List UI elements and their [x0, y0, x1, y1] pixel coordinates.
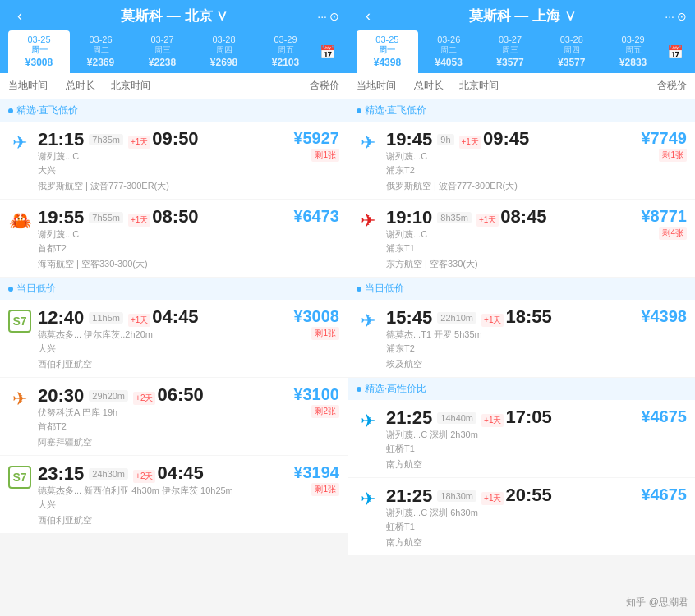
time-row: 19:557h55m+1天08:50	[38, 208, 290, 227]
back-button[interactable]: ‹	[8, 7, 31, 25]
flight-row: S712:4011h5m+1天04:45德莫杰多... 伊尔库茨..2h20m大…	[8, 308, 339, 355]
duration: 9h	[437, 134, 453, 145]
date-label: 03-27	[150, 34, 173, 44]
arrive-block: +2天06:50	[133, 386, 204, 405]
flight-row: S723:1524h30m+2天04:45德莫杰多... 新西伯利亚 4h30m…	[8, 464, 339, 511]
arrive-airport: 浦东T2	[386, 164, 637, 177]
date-label: 03-27	[499, 34, 522, 44]
section-dot	[357, 287, 361, 292]
back-button[interactable]: ‹	[357, 7, 380, 25]
header: ‹莫斯科 — 北京 ∨···⊙03-25周一¥300803-26周二¥23690…	[0, 0, 348, 73]
arrive-airport: 虹桥T1	[386, 443, 637, 455]
header-title: 莫斯科 — 北京 ∨	[31, 7, 317, 25]
price-block: ¥3194剩1张	[290, 464, 339, 496]
airport-info: 谢列蔑...C 深圳 2h30m	[386, 429, 637, 441]
duration: 22h10m	[437, 312, 476, 324]
section-dot	[8, 108, 13, 113]
flight-card[interactable]: S712:4011h5m+1天04:45德莫杰多... 伊尔库茨..2h20m大…	[0, 300, 348, 377]
flight-times: 19:459h+1天09:45谢列蔑...C浦东T2	[386, 130, 637, 177]
airline-info: 海南航空 | 空客330-300(大)	[8, 258, 339, 270]
flight-price: ¥6473	[293, 208, 339, 224]
airline-icon: ✈	[357, 131, 380, 154]
flight-card[interactable]: ✈15:4522h10m+1天18:55德莫杰...T1 开罗 5h35m浦东T…	[348, 300, 695, 377]
header-actions[interactable]: ···⊙	[317, 10, 339, 23]
date-tab-1[interactable]: 03-26周二¥2369	[70, 30, 131, 73]
flight-row: ✈21:157h35m+1天09:50谢列蔑...C大兴¥5927剩1张	[8, 130, 339, 177]
weekday-label: 周三	[154, 44, 171, 56]
date-tab-2[interactable]: 03-27周三¥2238	[131, 30, 193, 73]
date-tab-0[interactable]: 03-25周一¥3008	[8, 30, 70, 73]
arrive-block: +1天08:45	[476, 208, 547, 227]
section-label: 精选·直飞低价	[0, 99, 348, 122]
airport-info: 谢列蔑...C	[38, 228, 290, 241]
date-tab-4[interactable]: 03-29周五¥2833	[602, 30, 664, 73]
date-label: 03-28	[212, 34, 235, 44]
airline-info: 东方航空 | 空客330(大)	[357, 258, 687, 270]
date-tab-4[interactable]: 03-29周五¥2103	[255, 30, 316, 73]
date-label: 03-25	[27, 34, 50, 44]
more-icon[interactable]: ···	[317, 10, 327, 23]
flight-card[interactable]: ✈19:108h35m+1天08:45谢列蔑...C浦东T1¥8771剩4张东方…	[348, 200, 695, 277]
flight-card[interactable]: ✈21:157h35m+1天09:50谢列蔑...C大兴¥5927剩1张俄罗斯航…	[0, 122, 348, 199]
time-row: 19:108h35m+1天08:45	[386, 208, 637, 227]
airline-icon: ✈	[8, 388, 31, 411]
arrive-time: 09:50	[152, 130, 198, 148]
tickets-left: 剩1张	[311, 483, 339, 496]
airport-info: 谢列蔑...C 深圳 6h30m	[386, 507, 637, 519]
tickets-left: 剩1张	[659, 149, 687, 162]
section-dot	[357, 108, 361, 113]
flight-card[interactable]: ✈19:459h+1天09:45谢列蔑...C浦东T2¥7749剩1张俄罗斯航空…	[348, 122, 695, 199]
time-row: 23:1524h30m+2天04:45	[38, 464, 290, 483]
more-icon[interactable]: ···	[665, 10, 674, 23]
date-tab-1[interactable]: 03-26周二¥4053	[418, 30, 480, 73]
day-offset: +2天	[133, 392, 155, 405]
date-tab-0[interactable]: 03-25周一¥4398	[357, 30, 418, 73]
depart-time: 12:40	[38, 309, 84, 327]
depart-time: 20:30	[38, 387, 84, 405]
date-price: ¥3008	[25, 57, 53, 68]
depart-time: 21:25	[386, 487, 432, 505]
date-price: ¥3577	[496, 57, 523, 68]
header-actions[interactable]: ···⊙	[665, 10, 687, 23]
section-label: 精选·直飞低价	[348, 99, 695, 122]
date-tab-3[interactable]: 03-28周四¥2698	[193, 30, 255, 73]
arrive-airport: 浦东T1	[386, 242, 637, 255]
calendar-icon[interactable]: 📅	[316, 30, 339, 73]
calendar-icon[interactable]: 📅	[664, 30, 687, 73]
flight-row: ✈20:3029h20m+2天06:50伏努科沃A 巴库 19h首都T2¥310…	[8, 386, 339, 433]
target-icon[interactable]: ⊙	[677, 10, 687, 23]
col-header-1: 总时长	[414, 79, 459, 93]
flight-times: 15:4522h10m+1天18:55德莫杰...T1 开罗 5h35m浦东T2	[386, 308, 637, 355]
target-icon[interactable]: ⊙	[329, 10, 339, 23]
arrive-airport: 虹桥T1	[386, 521, 637, 533]
flight-card[interactable]: 🦀19:557h55m+1天08:50谢列蔑...C首都T2¥6473海南航空 …	[0, 200, 348, 277]
time-row: 21:2514h40m+1天17:05	[386, 408, 637, 427]
flight-card[interactable]: ✈21:2518h30m+1天20:55谢列蔑...C 深圳 6h30m虹桥T1…	[348, 478, 695, 555]
duration: 7h35m	[89, 134, 123, 145]
flight-card[interactable]: ✈21:2514h40m+1天17:05谢列蔑...C 深圳 2h30m虹桥T1…	[348, 400, 695, 477]
weekday-label: 周三	[502, 44, 518, 56]
arrive-time: 08:45	[500, 208, 546, 226]
airline-icon: S7	[8, 466, 31, 489]
weekday-label: 周四	[216, 44, 232, 56]
arrive-time: 20:55	[505, 486, 551, 504]
flight-times: 12:4011h5m+1天04:45德莫杰多... 伊尔库茨..2h20m大兴	[38, 308, 290, 355]
flight-card[interactable]: ✈20:3029h20m+2天06:50伏努科沃A 巴库 19h首都T2¥310…	[0, 378, 348, 455]
depart-time: 21:15	[38, 131, 84, 149]
duration: 7h55m	[89, 212, 123, 223]
date-tab-3[interactable]: 03-28周四¥3577	[541, 30, 602, 73]
airline-info: 南方航空	[357, 458, 687, 471]
flight-card[interactable]: S723:1524h30m+2天04:45德莫杰多... 新西伯利亚 4h30m…	[0, 456, 348, 533]
date-label: 03-29	[622, 34, 645, 44]
time-row: 21:2518h30m+1天20:55	[386, 486, 637, 505]
flight-row: ✈21:2514h40m+1天17:05谢列蔑...C 深圳 2h30m虹桥T1…	[357, 408, 687, 455]
section-dot	[8, 287, 13, 292]
day-offset: +1天	[128, 136, 150, 149]
date-tab-2[interactable]: 03-27周三¥3577	[480, 30, 541, 73]
weekday-label: 周二	[93, 44, 109, 56]
airline-info: 俄罗斯航空 | 波音777-300ER(大)	[8, 180, 339, 192]
duration: 8h35m	[437, 212, 472, 223]
airline-icon: 🦀	[8, 209, 31, 232]
flight-times: 20:3029h20m+2天06:50伏努科沃A 巴库 19h首都T2	[38, 386, 290, 433]
depart-time: 19:10	[386, 209, 432, 227]
